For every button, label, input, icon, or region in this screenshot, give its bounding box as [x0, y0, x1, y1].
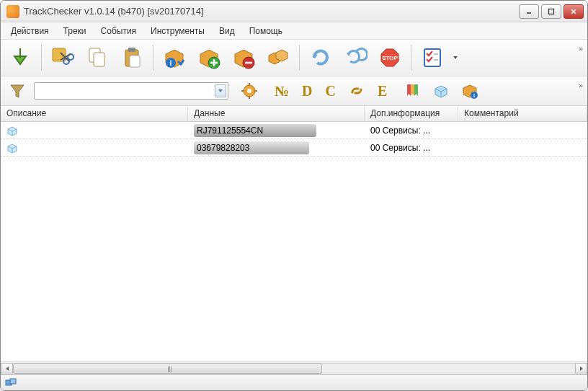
box-remove-button[interactable]	[228, 43, 259, 73]
cube-button[interactable]	[429, 79, 453, 103]
toolbar2-overflow[interactable]: »	[579, 81, 583, 89]
cut-button[interactable]	[48, 43, 78, 73]
refresh-double-icon	[343, 45, 368, 70]
gear-icon	[240, 82, 259, 100]
cube-icon	[432, 82, 450, 100]
boxes-icon	[266, 45, 290, 70]
checklist-icon	[420, 45, 445, 70]
cell-extra: 00 Сервисы: ...	[365, 143, 458, 153]
menu-tracks[interactable]: Треки	[58, 24, 92, 38]
cell-description	[1, 125, 188, 136]
scissors-icon	[50, 45, 75, 70]
app-window: TrackChecker v1.0.14 (b470) [sv20170714]…	[0, 0, 588, 391]
column-header-description[interactable]: Описание	[1, 106, 188, 121]
svg-text:i: i	[170, 59, 172, 67]
box-info2-icon: i	[460, 82, 479, 100]
menu-events[interactable]: События	[95, 24, 143, 38]
e-button[interactable]: E	[373, 83, 391, 100]
cell-description	[1, 142, 188, 154]
link-button[interactable]	[344, 79, 369, 103]
svg-rect-1	[549, 9, 554, 14]
cube-small-icon	[6, 125, 18, 136]
column-header-data[interactable]: Данные	[188, 106, 365, 121]
maximize-button[interactable]	[541, 4, 561, 19]
svg-rect-10	[94, 53, 104, 66]
table-row[interactable]: RJ791125554CN 00 Сервисы: ...	[1, 122, 587, 139]
settings-button[interactable]	[237, 79, 262, 103]
stop-icon: STOP	[378, 45, 402, 70]
stop-button[interactable]: STOP	[375, 43, 405, 73]
grid-header: Описание Данные Доп.информация Комментар…	[1, 106, 587, 122]
svg-rect-13	[130, 56, 140, 67]
cell-extra: 00 Сервисы: ...	[365, 126, 458, 136]
number-button[interactable]: №	[270, 83, 293, 100]
bookmarks-button[interactable]	[400, 79, 424, 103]
clipboard-icon	[120, 45, 144, 70]
scroll-thumb[interactable]	[13, 364, 322, 374]
grid-body[interactable]: RJ791125554CN 00 Сервисы: ... 0367982820…	[1, 122, 587, 361]
titlebar: TrackChecker v1.0.14 (b470) [sv20170714]	[1, 1, 587, 22]
paste-button[interactable]	[117, 43, 147, 73]
cell-data: RJ791125554CN	[188, 124, 365, 137]
copy-button[interactable]	[82, 43, 112, 73]
table-row[interactable]: 03679828203 00 Сервисы: ...	[1, 139, 587, 157]
filter-button[interactable]	[5, 79, 30, 103]
svg-point-27	[247, 89, 251, 93]
box-info-icon: i	[162, 45, 187, 70]
column-header-extra[interactable]: Доп.информация	[365, 106, 458, 121]
refresh-all-button[interactable]	[340, 43, 370, 73]
box-minus-icon	[231, 45, 256, 70]
menu-view[interactable]: Вид	[213, 24, 241, 38]
window-buttons	[519, 4, 587, 19]
box-info2-button[interactable]: i	[458, 79, 482, 103]
refresh-icon	[308, 45, 333, 70]
checklist-dropdown[interactable]	[452, 55, 459, 61]
scroll-left-button[interactable]	[1, 363, 13, 374]
window-title: TrackChecker v1.0.14 (b470) [sv20170714]	[24, 6, 519, 17]
checklist-button[interactable]	[417, 43, 447, 73]
box-add-button[interactable]	[194, 43, 224, 73]
statusbar	[1, 374, 587, 390]
box-info-button[interactable]: i	[159, 43, 190, 73]
copy-icon	[85, 45, 110, 70]
column-header-comment[interactable]: Комментарий	[458, 106, 587, 121]
d-button[interactable]: D	[298, 83, 316, 100]
arrow-down-icon	[8, 45, 32, 70]
content-area: Описание Данные Доп.информация Комментар…	[1, 106, 587, 374]
horizontal-scrollbar[interactable]	[1, 361, 587, 374]
refresh-button[interactable]	[306, 43, 336, 73]
filter-combo[interactable]	[34, 82, 228, 100]
close-button[interactable]	[564, 4, 584, 19]
windows-icon[interactable]	[5, 378, 18, 388]
toolbar-filter: № D C E i »	[1, 76, 587, 106]
link-icon	[347, 82, 366, 100]
toolbar-overflow[interactable]: »	[579, 44, 583, 53]
app-icon	[6, 5, 19, 18]
funnel-icon	[8, 82, 27, 100]
menu-tools[interactable]: Инструменты	[145, 24, 210, 38]
box-multi-button[interactable]	[263, 43, 293, 73]
svg-rect-12	[128, 48, 135, 52]
svg-text:i: i	[473, 93, 475, 98]
menu-help[interactable]: Помощь	[244, 24, 288, 38]
minimize-button[interactable]	[519, 4, 539, 19]
cell-data: 03679828203	[188, 141, 365, 154]
scroll-track[interactable]	[13, 363, 575, 374]
menubar: Действия Треки События Инструменты Вид П…	[1, 22, 587, 40]
toolbar-main: i STOP »	[1, 40, 587, 76]
box-plus-icon	[197, 45, 221, 70]
chevron-down-icon[interactable]	[215, 84, 226, 97]
cube-small-icon	[6, 142, 18, 154]
scroll-right-button[interactable]	[575, 363, 587, 374]
menu-actions[interactable]: Действия	[5, 24, 55, 38]
download-button[interactable]	[5, 43, 35, 73]
bookmarks-icon	[403, 82, 422, 100]
c-button[interactable]: C	[321, 83, 340, 100]
svg-rect-35	[10, 379, 16, 384]
svg-text:STOP: STOP	[382, 55, 398, 61]
